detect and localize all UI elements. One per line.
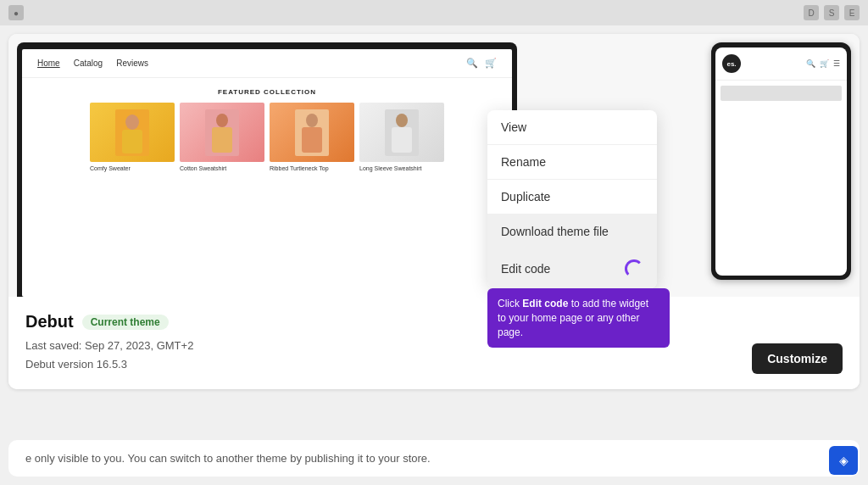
bottom-right-button[interactable]: ◈: [829, 446, 858, 475]
top-bar-left-icon: ●: [8, 5, 24, 20]
desktop-preview: Home Catalog Reviews 🔍 🛒 FEATURED COLLEC…: [17, 42, 517, 297]
mobile-preview: es. 🔍 🛒 ☰: [711, 42, 851, 280]
bottom-text: e only visible to you. You can switch to…: [8, 440, 860, 477]
svg-point-10: [396, 114, 408, 127]
theme-title-row: Debut Current theme: [25, 312, 843, 332]
top-bar-icon-3[interactable]: E: [844, 5, 860, 20]
product-1-name: Comfy Sweater: [90, 165, 175, 171]
mobile-screen: es. 🔍 🛒 ☰: [715, 47, 847, 276]
top-bar: ● D S E: [0, 0, 868, 25]
dropdown-menu: View Rename Duplicate Download theme fil…: [487, 110, 657, 288]
theme-card: Home Catalog Reviews 🔍 🛒 FEATURED COLLEC…: [8, 34, 860, 389]
desktop-screen: Home Catalog Reviews 🔍 🛒 FEATURED COLLEC…: [22, 49, 512, 297]
mobile-nav: es. 🔍 🛒 ☰: [715, 47, 847, 81]
svg-rect-8: [302, 127, 322, 153]
current-theme-badge: Current theme: [82, 315, 169, 330]
main-content: Home Catalog Reviews 🔍 🛒 FEATURED COLLEC…: [0, 25, 868, 485]
theme-preview: Home Catalog Reviews 🔍 🛒 FEATURED COLLEC…: [8, 34, 860, 297]
product-1: Comfy Sweater: [90, 103, 175, 171]
mobile-banner: [721, 86, 842, 101]
edit-code-label: Edit code: [501, 262, 550, 276]
svg-point-7: [306, 114, 318, 127]
product-4-name: Long Sleeve Sweatshirt: [359, 165, 444, 171]
dropdown-download[interactable]: Download theme file: [487, 215, 657, 249]
bottom-right-icon: ◈: [839, 454, 849, 467]
top-bar-icon-1[interactable]: D: [804, 5, 819, 20]
dropdown-view[interactable]: View: [487, 110, 657, 145]
dropdown-edit-code[interactable]: Edit code: [487, 249, 657, 288]
svg-rect-11: [392, 127, 412, 153]
featured-title: FEATURED COLLECTION: [22, 78, 512, 103]
product-2-image: [180, 103, 264, 162]
svg-point-1: [125, 114, 139, 130]
svg-rect-2: [122, 130, 142, 153]
theme-info: Debut Current theme Last saved: Sep 27, …: [8, 297, 860, 389]
svg-rect-5: [212, 127, 232, 153]
loading-spinner: [625, 259, 643, 278]
edit-code-tooltip: Click Edit code to add the widget to you…: [487, 288, 670, 348]
nav-catalog: Catalog: [74, 59, 103, 68]
dropdown-duplicate[interactable]: Duplicate: [487, 180, 657, 215]
desktop-nav-icons: 🔍 🛒: [466, 58, 497, 69]
product-4-image: [359, 103, 444, 162]
product-grid: Comfy Sweater Cotton Sweatshirt: [22, 103, 512, 171]
top-bar-icon-2[interactable]: S: [824, 5, 839, 20]
desktop-nav-links: Home Catalog Reviews: [37, 59, 148, 68]
theme-version: Debut version 16.5.3: [25, 355, 843, 374]
product-2-name: Cotton Sweatshirt: [180, 165, 264, 171]
mobile-logo: es.: [722, 54, 741, 73]
product-1-image: [90, 103, 175, 162]
product-2: Cotton Sweatshirt: [180, 103, 264, 171]
svg-point-4: [216, 114, 228, 127]
tooltip-bold: Edit code: [522, 298, 568, 309]
tooltip-text: to add the widget to your home page or a…: [498, 298, 648, 338]
nav-reviews: Reviews: [116, 59, 148, 68]
theme-name: Debut: [25, 312, 74, 332]
theme-last-saved: Last saved: Sep 27, 2023, GMT+2: [25, 337, 843, 355]
desktop-nav: Home Catalog Reviews 🔍 🛒: [22, 49, 512, 78]
product-3-name: Ribbed Turtleneck Top: [270, 165, 354, 171]
customize-button[interactable]: Customize: [752, 343, 843, 374]
dropdown-rename[interactable]: Rename: [487, 145, 657, 180]
product-3-image: [270, 103, 354, 162]
nav-home: Home: [37, 59, 60, 68]
product-4: Long Sleeve Sweatshirt: [359, 103, 444, 171]
product-3: Ribbed Turtleneck Top: [270, 103, 354, 171]
mobile-nav-icons: 🔍 🛒 ☰: [806, 59, 840, 68]
